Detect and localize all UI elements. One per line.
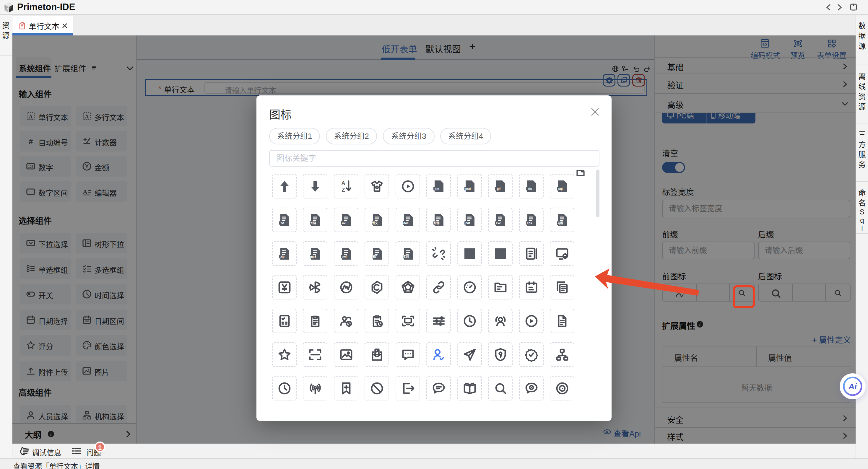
svg-text:Ai: Ai [848,382,857,391]
svg-text:eps: eps [527,221,532,225]
svg-text:txt: txt [281,221,284,225]
svg-text:附件: 附件 [434,221,440,225]
svg-text:doc: doc [403,221,409,225]
svg-text:pdf: pdf [465,221,470,225]
svg-text:sql: sql [558,187,563,190]
svg-text:gif: gif [497,187,501,190]
svg-text:psd: psd [465,187,471,190]
svg-text:习题: 习题 [557,221,563,225]
svg-text:实训: 实训 [403,255,409,258]
svg-text:ppt: ppt [435,187,440,190]
svg-text:A: A [341,180,345,186]
svg-text:mp3: mp3 [310,255,316,258]
svg-text:avi: avi [342,221,346,225]
svg-text:外链: 外链 [310,221,316,225]
svg-text:exe: exe [496,221,501,225]
svg-text:Z: Z [342,187,345,193]
svg-text:引文: 引文 [372,221,378,225]
svg-text:xls: xls [528,187,532,190]
svg-text:swf: swf [342,255,347,258]
svg-text:图片: 图片 [372,255,378,258]
svg-text:zip: zip [280,255,284,258]
